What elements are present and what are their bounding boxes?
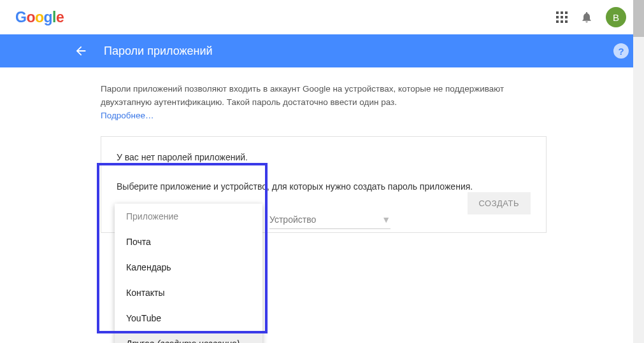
bluebar: Пароли приложений ?	[0, 34, 644, 67]
google-logo[interactable]: Google	[11, 9, 64, 26]
logo-letter: G	[15, 9, 26, 25]
scrollbar-track[interactable]	[633, 0, 644, 343]
notifications-icon[interactable]	[580, 11, 593, 24]
dropdown-other-prefix: Другое	[126, 339, 157, 343]
page-title: Пароли приложений	[104, 45, 213, 58]
help-icon[interactable]: ?	[613, 43, 629, 59]
create-button[interactable]: СОЗДАТЬ	[468, 192, 531, 214]
no-passwords-text: У вас нет паролей приложений.	[117, 152, 531, 162]
logo-letter: o	[35, 9, 44, 25]
device-select[interactable]: Устройство ▼	[269, 214, 390, 229]
dropdown-item-calendar[interactable]: Календарь	[115, 255, 262, 280]
description-text: Пароли приложений позволяют входить в ак…	[101, 83, 547, 109]
learn-more-link[interactable]: Подробнее…	[101, 111, 154, 120]
avatar[interactable]: В	[606, 7, 626, 27]
dropdown-item-other[interactable]: Другое (введите название)	[115, 331, 262, 343]
instruction-text: Выберите приложение и устройство, для ко…	[117, 181, 531, 192]
dropdown-other-hint: (введите название)	[157, 339, 240, 343]
back-arrow-icon[interactable]	[73, 43, 89, 59]
dropdown-header: Приложение	[115, 204, 262, 229]
scrollbar-thumb[interactable]	[633, 0, 644, 37]
dropdown-item-mail[interactable]: Почта	[115, 229, 262, 255]
logo-letter: o	[26, 9, 35, 25]
logo-letter: g	[44, 9, 53, 25]
apps-icon[interactable]	[556, 11, 568, 23]
topbar: Google В	[0, 0, 644, 34]
chevron-down-icon: ▼	[382, 214, 390, 225]
app-dropdown: Приложение Почта Календарь Контакты YouT…	[115, 204, 262, 343]
topbar-right: В	[556, 7, 633, 27]
dropdown-item-contacts[interactable]: Контакты	[115, 280, 262, 305]
device-select-label: Устройство	[269, 214, 316, 225]
logo-letter: e	[56, 9, 64, 25]
dropdown-item-youtube[interactable]: YouTube	[115, 305, 262, 331]
